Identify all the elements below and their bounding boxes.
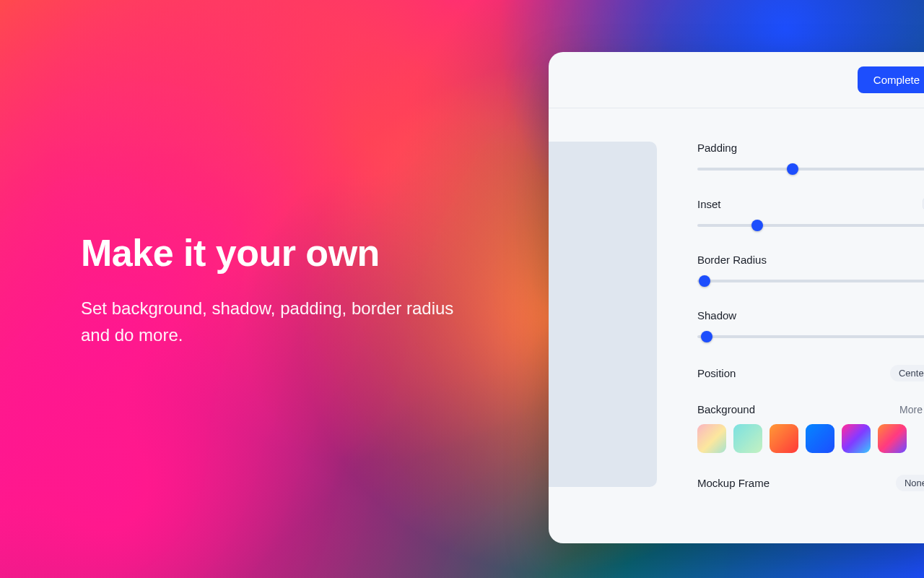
- slider-thumb[interactable]: [701, 331, 712, 342]
- preview-column: [549, 108, 657, 543]
- control-position: Position Center: [697, 365, 924, 381]
- inset-slider[interactable]: [697, 219, 924, 232]
- hero-section: Make it your own Set background, shadow,…: [81, 231, 485, 348]
- slider-thumb[interactable]: [787, 163, 798, 175]
- more-label: More: [899, 404, 923, 415]
- control-padding: Padding: [697, 142, 924, 176]
- control-background: Background More: [697, 403, 924, 453]
- border-radius-label: Border Radius: [697, 254, 767, 266]
- slider-thumb[interactable]: [751, 220, 763, 231]
- shadow-label: Shadow: [697, 309, 736, 322]
- position-value-pill[interactable]: Center: [890, 365, 924, 381]
- background-more-link[interactable]: More: [899, 404, 924, 415]
- background-swatch-1[interactable]: [697, 424, 726, 453]
- shadow-slider[interactable]: [697, 330, 924, 343]
- position-label: Position: [697, 367, 736, 379]
- slider-track: [697, 335, 924, 338]
- settings-panel: Complete Padding Inset: [549, 52, 924, 543]
- hero-title: Make it your own: [81, 231, 485, 275]
- controls-column: Padding Inset: [657, 108, 924, 543]
- slider-track: [697, 224, 924, 227]
- padding-label: Padding: [697, 142, 737, 154]
- background-label: Background: [697, 403, 755, 415]
- padding-slider[interactable]: [697, 163, 924, 176]
- border-radius-slider[interactable]: [697, 275, 924, 288]
- complete-button[interactable]: Complete: [858, 66, 924, 93]
- control-shadow: Shadow: [697, 309, 924, 343]
- preview-card: [549, 142, 657, 487]
- slider-thumb[interactable]: [699, 275, 710, 287]
- background-swatch-2[interactable]: [733, 424, 762, 453]
- slider-track: [697, 280, 924, 282]
- control-border-radius: Border Radius: [697, 254, 924, 288]
- control-mockup-frame: Mockup Frame None: [697, 475, 924, 491]
- slider-track: [697, 168, 924, 171]
- control-inset: Inset: [697, 197, 924, 232]
- background-swatch-4[interactable]: [806, 424, 834, 453]
- inset-label: Inset: [697, 198, 721, 210]
- background-swatch-3[interactable]: [770, 424, 798, 453]
- mockup-frame-value-pill[interactable]: None: [896, 475, 924, 491]
- panel-body: Padding Inset: [549, 108, 924, 543]
- app-stage: Make it your own Set background, shadow,…: [0, 0, 924, 578]
- hero-subtitle: Set background, shadow, padding, border …: [81, 295, 485, 348]
- background-swatch-5[interactable]: [842, 424, 871, 453]
- background-swatch-6[interactable]: [878, 424, 907, 453]
- background-swatches: [697, 424, 924, 453]
- mockup-frame-label: Mockup Frame: [697, 477, 770, 489]
- panel-header: Complete: [549, 52, 924, 108]
